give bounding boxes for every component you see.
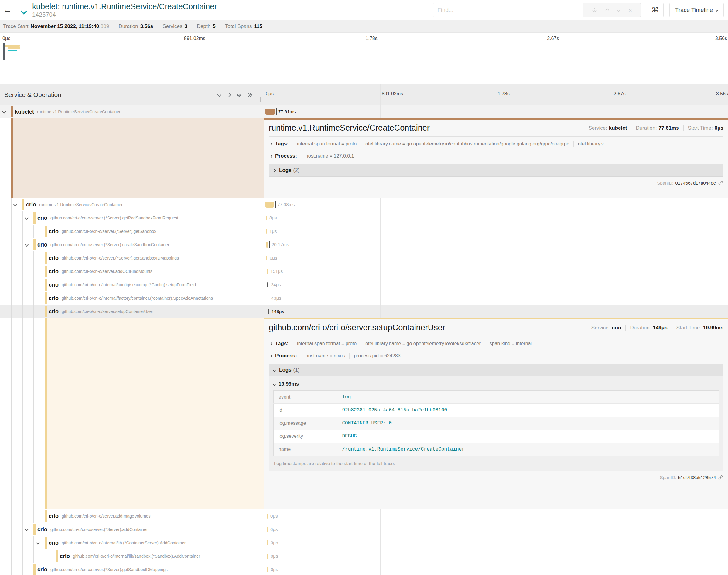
- trace-view-selector[interactable]: Trace Timeline: [669, 3, 724, 17]
- span-row-name-cell[interactable]: crio github.com/cri-o/cri-o/server.setup…: [0, 305, 264, 318]
- expand-all-icon[interactable]: [247, 93, 252, 96]
- span-row-timeline-cell[interactable]: 151μs: [264, 265, 728, 278]
- log-entry-accordion[interactable]: 19.99ms: [273, 378, 719, 390]
- keyboard-shortcuts-button[interactable]: ⌘: [647, 3, 664, 17]
- span-row-name-cell[interactable]: crio github.com/cri-o/cri-o/internal/lib…: [0, 549, 264, 563]
- span-row[interactable]: crio github.com/cri-o/cri-o/internal/lib…: [0, 536, 728, 549]
- span-row-name-cell[interactable]: crio github.com/cri-o/cri-o/internal/con…: [0, 278, 264, 292]
- span-row[interactable]: crio github.com/cri-o/cri-o/server.addIm…: [0, 509, 728, 523]
- collapse-one-icon[interactable]: [218, 93, 221, 96]
- span-row-name-cell[interactable]: kubelet runtime.v1.RuntimeService/Create…: [0, 105, 264, 119]
- span-row[interactable]: crio github.com/cri-o/cri-o/server.(*Ser…: [0, 523, 728, 536]
- span-row[interactable]: crio github.com/cri-o/cri-o/internal/con…: [0, 278, 728, 292]
- span-row-timeline-cell[interactable]: 1μs: [264, 225, 728, 238]
- span-duration-bar[interactable]: [267, 567, 268, 572]
- span-row[interactable]: crio github.com/cri-o/cri-o/server.(*Ser…: [0, 211, 728, 225]
- service-name: crio: [48, 282, 59, 288]
- find-clear-icon[interactable]: ×: [628, 7, 632, 13]
- span-row-timeline-cell[interactable]: 0μs: [264, 563, 728, 575]
- find-prev-icon[interactable]: [605, 8, 609, 12]
- span-row-name-cell[interactable]: crio github.com/cri-o/cri-o/server.(*Ser…: [0, 225, 264, 238]
- copy-link-icon[interactable]: [718, 475, 723, 480]
- span-duration-bar[interactable]: [267, 540, 268, 545]
- chevron-down-icon[interactable]: [25, 527, 29, 531]
- span-duration-bar[interactable]: [266, 242, 268, 248]
- span-row-timeline-cell[interactable]: 20.17ms: [264, 238, 728, 251]
- span-row-timeline-cell[interactable]: 0μs: [264, 509, 728, 523]
- span-row[interactable]: crio runtime.v1.RuntimeService/CreateCon…: [0, 198, 728, 211]
- span-duration-bar[interactable]: [267, 269, 268, 274]
- span-row-name-cell[interactable]: crio github.com/cri-o/cri-o/server.addIm…: [0, 509, 264, 523]
- span-row[interactable]: crio github.com/cri-o/cri-o/server.(*Ser…: [0, 563, 728, 575]
- chevron-down-icon[interactable]: [2, 110, 6, 113]
- depth-value: 5: [212, 23, 215, 29]
- span-duration-bar[interactable]: [266, 215, 267, 221]
- collapse-trace-chevron-icon[interactable]: [21, 8, 27, 14]
- span-row[interactable]: crio github.com/cri-o/cri-o/internal/fac…: [0, 292, 728, 305]
- span-row-timeline-cell[interactable]: 0μs: [264, 549, 728, 563]
- span-row-name-cell[interactable]: crio github.com/cri-o/cri-o/internal/fac…: [0, 292, 264, 305]
- logs-accordion[interactable]: Logs (1): [269, 364, 723, 376]
- tags-row[interactable]: Tags: internal.span.format = protootel.l…: [269, 338, 723, 350]
- span-row-name-cell[interactable]: crio github.com/cri-o/cri-o/server.(*Ser…: [0, 238, 264, 251]
- span-row[interactable]: crio github.com/cri-o/cri-o/server.addOC…: [0, 265, 728, 278]
- span-duration-bar[interactable]: [265, 202, 274, 208]
- column-resizer-grip[interactable]: [260, 97, 263, 102]
- find-next-icon[interactable]: [617, 8, 621, 12]
- span-duration-bar[interactable]: [268, 296, 268, 301]
- span-duration-bar[interactable]: [267, 514, 268, 518]
- span-row-name-cell[interactable]: crio github.com/cri-o/cri-o/server.addOC…: [0, 265, 264, 278]
- service-color-bar: [33, 239, 36, 250]
- span-duration-bar[interactable]: [266, 229, 267, 234]
- span-row-name-cell[interactable]: crio github.com/cri-o/cri-o/server.(*Ser…: [0, 251, 264, 265]
- span-row-timeline-cell[interactable]: 6μs: [264, 523, 728, 536]
- locate-icon[interactable]: [592, 7, 597, 13]
- minimap-canvas[interactable]: [1, 43, 727, 80]
- chevron-down-icon[interactable]: [36, 541, 40, 545]
- logs-accordion[interactable]: Logs (2): [269, 164, 723, 177]
- collapse-all-icon[interactable]: [237, 93, 240, 97]
- span-row-timeline-cell[interactable]: 24μs: [264, 278, 728, 292]
- span-row-timeline-cell[interactable]: 8μs: [264, 211, 728, 225]
- process-row[interactable]: Process: host.name = 127.0.0.1: [269, 150, 723, 162]
- chevron-down-icon[interactable]: [13, 202, 17, 206]
- span-duration-bar[interactable]: [265, 109, 275, 115]
- span-row-name-cell[interactable]: crio github.com/cri-o/cri-o/server.(*Ser…: [0, 211, 264, 225]
- span-row[interactable]: kubelet runtime.v1.RuntimeService/Create…: [0, 105, 728, 119]
- span-duration-bar[interactable]: [267, 282, 268, 287]
- span-duration-bar[interactable]: [267, 527, 268, 532]
- back-button[interactable]: ←: [0, 0, 15, 20]
- span-row[interactable]: crio github.com/cri-o/cri-o/server.setup…: [0, 305, 728, 318]
- span-row-timeline-cell[interactable]: 3μs: [264, 536, 728, 549]
- service-color-bar: [33, 564, 36, 575]
- chevron-down-icon[interactable]: [25, 243, 29, 246]
- duration-label: Duration: [119, 23, 138, 29]
- span-row[interactable]: crio github.com/cri-o/cri-o/server.(*Ser…: [0, 225, 728, 238]
- expand-one-icon[interactable]: [228, 93, 231, 96]
- chevron-down-icon: [716, 8, 719, 11]
- chevron-down-icon[interactable]: [25, 216, 29, 220]
- span-row-name-cell[interactable]: crio github.com/cri-o/cri-o/server.(*Ser…: [0, 523, 264, 536]
- span-row-timeline-cell[interactable]: 149μs: [264, 305, 728, 318]
- span-row-name-cell[interactable]: crio github.com/cri-o/cri-o/server.(*Ser…: [0, 563, 264, 575]
- span-row-timeline-cell[interactable]: 43μs: [264, 292, 728, 305]
- tree-guide-line: [33, 305, 34, 318]
- span-row-name-cell[interactable]: crio runtime.v1.RuntimeService/CreateCon…: [0, 198, 264, 211]
- tags-row[interactable]: Tags: internal.span.format = protootel.l…: [269, 138, 723, 150]
- span-row-name-cell[interactable]: crio github.com/cri-o/cri-o/internal/lib…: [0, 536, 264, 549]
- span-row[interactable]: crio github.com/cri-o/cri-o/server.(*Ser…: [0, 251, 728, 265]
- tree-guide-line: [45, 549, 45, 563]
- span-duration-bar[interactable]: [266, 256, 267, 261]
- span-row[interactable]: crio github.com/cri-o/cri-o/internal/lib…: [0, 549, 728, 563]
- span-row-timeline-cell[interactable]: 77.08ms: [264, 198, 728, 211]
- span-duration-bar[interactable]: [267, 554, 268, 559]
- trace-title-link[interactable]: kubelet: runtime.v1.RuntimeService/Creat…: [32, 2, 217, 11]
- span-row-timeline-cell[interactable]: 0μs: [264, 251, 728, 265]
- span-duration-bar[interactable]: [268, 309, 269, 314]
- process-row[interactable]: Process: host.name = nixosprocess.pid = …: [269, 350, 723, 362]
- copy-link-icon[interactable]: [718, 180, 723, 186]
- tick-label: 2.67s: [614, 91, 625, 97]
- span-row[interactable]: crio github.com/cri-o/cri-o/server.(*Ser…: [0, 238, 728, 251]
- span-row-timeline-cell[interactable]: 77.61ms: [264, 105, 728, 119]
- find-input[interactable]: [433, 3, 583, 17]
